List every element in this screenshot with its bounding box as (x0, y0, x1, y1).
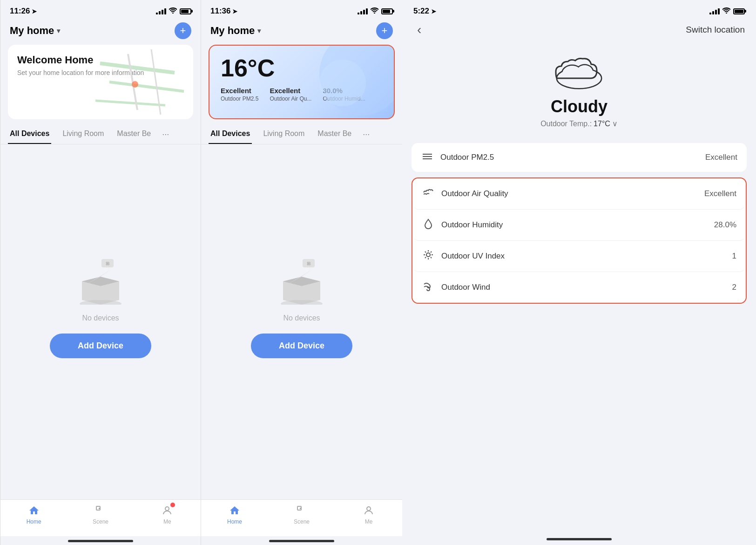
tab-more-1[interactable]: ··· (162, 125, 169, 144)
temp-chevron: ∨ (612, 119, 618, 128)
home-title-2[interactable]: My home ▾ (210, 25, 261, 37)
scene-icon-1 (94, 504, 107, 517)
svg-line-0 (100, 63, 175, 73)
nav-home-1[interactable]: Home (0, 504, 67, 525)
add-button-1[interactable]: + (175, 22, 191, 39)
home-icon-1 (28, 504, 40, 517)
status-icons-2 (358, 7, 393, 15)
tab-master-be-1[interactable]: Master Be (115, 125, 153, 144)
airquality-icon (422, 187, 435, 201)
screen2: 11:36 ➤ My home ▾ + (201, 0, 402, 545)
home-chevron-1: ▾ (57, 27, 60, 34)
svg-line-2 (95, 101, 165, 105)
pm25-label: Outdoor PM2.5 (221, 95, 258, 102)
weather-row-humidity[interactable]: Outdoor Humidity 28.0% (412, 210, 746, 241)
tab-all-devices-2[interactable]: All Devices (209, 125, 252, 144)
nav-me-1[interactable]: Me (134, 504, 201, 525)
airquality-value-3: Excellent (704, 189, 736, 198)
svg-line-37 (431, 257, 432, 258)
home-indicator-3 (547, 538, 612, 540)
status-bar-2: 11:36 ➤ (201, 0, 402, 20)
pm25-icon (421, 151, 434, 164)
time-1: 11:26 ➤ (10, 7, 37, 16)
weather-circle-2 (319, 60, 366, 106)
tabs-bar-1: All Devices Living Room Master Be ··· (0, 125, 201, 144)
svg-point-31 (426, 253, 430, 257)
nav-home-2[interactable]: Home (201, 504, 268, 525)
nav-badge-1 (170, 503, 175, 507)
svg-text:⊞: ⊞ (106, 261, 109, 266)
uv-value-3: 1 (732, 252, 736, 261)
nav-me-2[interactable]: Me (335, 504, 402, 525)
add-device-button-2[interactable]: Add Device (251, 334, 352, 358)
no-devices-text-1: No devices (82, 314, 119, 322)
screen1: 11:26 ➤ My home ▾ + (0, 0, 201, 545)
outdoor-temp-label: Outdoor Temp.: (540, 120, 592, 128)
svg-text:⊞: ⊞ (307, 261, 310, 266)
wifi-icon-3 (722, 7, 730, 15)
time-2: 11:36 ➤ (210, 7, 237, 16)
weather-data-list: Outdoor PM2.5 Excellent Outdoor Air Qual… (402, 136, 756, 311)
weather-row-pm25[interactable]: Outdoor PM2.5 Excellent (412, 143, 747, 172)
home-indicator-1 (68, 540, 133, 542)
home-title-1[interactable]: My home ▾ (10, 25, 60, 37)
pm25-value: Excellent (221, 87, 258, 95)
battery-icon-2 (381, 8, 393, 14)
nav-scene-label-2: Scene (294, 518, 310, 525)
outdoor-temp-value: 17°C (594, 120, 610, 128)
svg-line-36 (425, 252, 426, 252)
map-decoration (91, 45, 193, 119)
tab-living-room-2[interactable]: Living Room (261, 125, 306, 144)
nav-scene-label-1: Scene (93, 518, 108, 525)
add-button-2[interactable]: + (376, 22, 393, 39)
svg-point-21 (367, 507, 371, 511)
weather-stat-pm25: Excellent Outdoor PM2.5 (221, 87, 258, 102)
box-icon-wrapper-1: ⊞ (73, 258, 128, 307)
tab-living-room-1[interactable]: Living Room (61, 125, 106, 144)
humidity-label-3: Outdoor Humidity (441, 220, 503, 230)
wind-label-3: Outdoor Wind (441, 283, 490, 292)
back-button[interactable]: ‹ (413, 22, 425, 37)
battery-icon-3 (733, 8, 745, 14)
outdoor-temp[interactable]: Outdoor Temp.: 17°C ∨ (540, 119, 618, 128)
wifi-icon-2 (371, 7, 378, 15)
weather-row-airquality[interactable]: Outdoor Air Quality Excellent (412, 178, 746, 210)
tab-more-2[interactable]: ··· (363, 125, 370, 144)
location-arrow-2: ➤ (232, 8, 237, 15)
add-device-button-1[interactable]: Add Device (50, 334, 151, 358)
switch-location[interactable]: Switch location (686, 25, 745, 35)
cloud-icon (551, 54, 607, 91)
home-chevron-2: ▾ (257, 27, 261, 34)
wind-value-3: 2 (732, 283, 736, 292)
welcome-card: Welcome Home Set your home location for … (8, 45, 193, 119)
tab-master-be-2[interactable]: Master Be (316, 125, 353, 144)
tab-all-devices-1[interactable]: All Devices (8, 125, 51, 144)
battery-icon-1 (180, 8, 191, 14)
pm25-label-3: Outdoor PM2.5 (440, 153, 494, 162)
status-bar-1: 11:26 ➤ (0, 0, 201, 20)
location-arrow-3: ➤ (431, 8, 436, 15)
top-nav-3: ‹ Switch location (402, 20, 756, 45)
pm25-value-3: Excellent (705, 153, 737, 162)
status-icons-3 (709, 7, 745, 15)
home-label-2: My home (210, 25, 255, 37)
time-display-2: 11:36 (210, 7, 230, 16)
top-nav-2: My home ▾ + (201, 20, 402, 45)
nav-home-label-1: Home (27, 518, 41, 525)
top-nav-1: My home ▾ + (0, 20, 201, 45)
time-display-1: 11:26 (10, 7, 30, 16)
weather-row-uv[interactable]: Outdoor UV Index 1 (412, 241, 746, 272)
wifi-icon-1 (169, 7, 177, 15)
svg-line-38 (425, 257, 426, 258)
scene-icon-2 (296, 504, 308, 517)
screen3: 5:22 ➤ ‹ Switch location (402, 0, 756, 545)
nav-me-label-2: Me (365, 518, 373, 525)
svg-line-1 (109, 82, 184, 91)
weather-stat-airquality: Excellent Outdoor Air Qu... (270, 87, 311, 102)
nav-scene-1[interactable]: Scene (67, 504, 134, 525)
nav-scene-2[interactable]: Scene (268, 504, 335, 525)
weather-row-wind[interactable]: Outdoor Wind 2 (412, 272, 746, 303)
weather-card[interactable]: 16°C Excellent Outdoor PM2.5 Excellent O… (209, 45, 395, 119)
wind-icon (422, 280, 435, 294)
empty-box-icon-2: ⊞ (274, 258, 330, 305)
